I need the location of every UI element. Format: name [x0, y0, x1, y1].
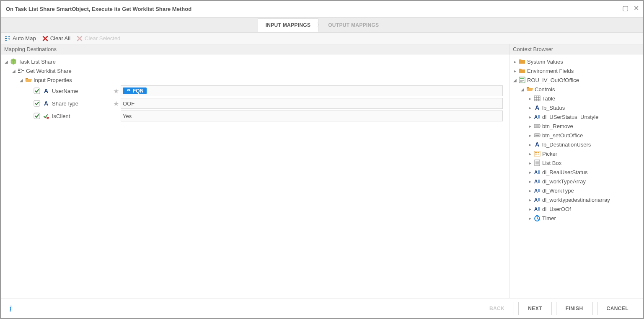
expander-icon[interactable]: ◢ — [4, 59, 8, 64]
prop-input-username[interactable]: FQN — [121, 85, 503, 96]
required-star-icon: ★ — [113, 100, 118, 108]
ctx-control-label: List Box — [542, 160, 561, 166]
expander-icon[interactable]: ▸ — [528, 152, 532, 156]
clear-all-button[interactable]: Clear All — [42, 35, 70, 42]
datalabel-icon — [534, 206, 541, 212]
expander-icon[interactable]: ▸ — [513, 69, 517, 73]
context-browser-header: Context Browser — [509, 44, 643, 54]
ctx-control-item[interactable]: ▸dl_UserOOf — [511, 204, 641, 214]
timer-icon — [534, 215, 541, 221]
expander-icon[interactable]: ▸ — [528, 105, 532, 110]
ctx-controls-group[interactable]: ◢ Controls — [511, 85, 641, 94]
prop-label: ShareType — [52, 100, 111, 107]
prop-input-isclient[interactable]: Yes — [121, 111, 503, 121]
listbox-icon — [534, 160, 541, 166]
checkbox-icon[interactable] — [34, 87, 40, 94]
ctx-control-item[interactable]: ▸btn_Remove — [511, 121, 641, 131]
tree-smartobject[interactable]: Task List Share — [18, 59, 56, 65]
maximize-icon[interactable]: ▢ — [622, 4, 628, 12]
info-icon[interactable]: i — [9, 303, 12, 314]
tab-input-mappings[interactable]: INPUT MAPPINGS — [258, 18, 319, 32]
required-star-icon: ★ — [113, 112, 118, 120]
expander-icon[interactable]: ◢ — [12, 69, 16, 73]
text-type-icon — [43, 87, 49, 94]
clear-selected-button: Clear Selected — [76, 35, 120, 42]
close-icon[interactable]: ✕ — [634, 4, 639, 12]
ctx-control-label: dl_RealUserStatus — [542, 169, 587, 175]
expander-icon[interactable]: ▸ — [528, 216, 532, 221]
ctx-control-item[interactable]: ▸dl_WorkType — [511, 186, 641, 195]
ctx-control-item[interactable]: ▸List Box — [511, 158, 641, 167]
expander-icon[interactable]: ▸ — [528, 170, 532, 175]
ctx-control-item[interactable]: ▸Picker — [511, 149, 641, 158]
datalabel-icon — [534, 113, 541, 120]
ctx-control-label: Table — [542, 95, 555, 102]
prop-label: IsClient — [52, 113, 111, 119]
picker-icon — [534, 150, 541, 157]
cancel-button[interactable]: CANCEL — [597, 302, 638, 315]
prop-input-sharetype[interactable]: OOF — [121, 98, 503, 109]
datalabel-icon — [534, 178, 541, 185]
expander-icon[interactable]: ◢ — [513, 78, 517, 82]
expander-icon[interactable]: ▸ — [528, 188, 532, 193]
required-star-icon: ★ — [113, 87, 118, 95]
expander-icon[interactable]: ▸ — [528, 161, 532, 165]
ctx-control-item[interactable]: ▸lb_DestinationUsers — [511, 140, 641, 149]
next-button[interactable]: NEXT — [518, 302, 552, 315]
ctx-control-item[interactable]: ▸dl_workTypeArray — [511, 177, 641, 186]
datalabel-icon — [534, 169, 541, 175]
ctx-control-item[interactable]: ▸btn_setOutOffice — [511, 131, 641, 140]
A-icon — [534, 141, 541, 148]
expander-icon[interactable]: ▸ — [528, 198, 532, 202]
tab-output-mappings[interactable]: OUTPUT MAPPINGS — [321, 19, 386, 31]
ctx-control-label: lb_Status — [542, 105, 565, 111]
mapping-destinations-header: Mapping Destinations — [1, 44, 509, 54]
expander-icon[interactable]: ▸ — [528, 207, 532, 211]
ctx-control-item[interactable]: ▸Table — [511, 94, 641, 103]
checkbox-icon[interactable] — [34, 100, 40, 107]
wizard-tabs: INPUT MAPPINGS 〉 OUTPUT MAPPINGS — [1, 18, 643, 33]
checkbox-icon[interactable] — [34, 113, 40, 119]
expander-icon[interactable]: ▸ — [528, 133, 532, 138]
prop-row-username: UserName ★ FQN — [3, 85, 507, 97]
ctx-control-label: dl_workTypeArray — [542, 178, 586, 185]
toolbar: Auto Map Clear All Clear Selected — [1, 33, 643, 44]
expander-icon[interactable]: ▸ — [528, 142, 532, 147]
table-icon — [534, 95, 541, 102]
ctx-control-label: btn_setOutOffice — [542, 132, 583, 139]
tree-input-properties[interactable]: Input Properties — [34, 77, 72, 83]
ctx-control-label: lb_DestinationUsers — [542, 141, 591, 148]
ctx-control-label: Timer — [542, 215, 556, 221]
ctx-control-label: dl_WorkType — [542, 188, 574, 194]
ctx-environment-fields[interactable]: ▸ Environment Fields — [511, 66, 641, 75]
button-icon — [534, 132, 541, 139]
expander-icon[interactable]: ▸ — [528, 124, 532, 129]
ctx-control-item[interactable]: ▸lb_Status — [511, 103, 641, 112]
A-icon — [534, 104, 541, 111]
prop-row-isclient: IsClient ★ Yes — [3, 110, 507, 122]
expander-icon[interactable]: ▸ — [528, 179, 532, 184]
expander-icon[interactable]: ▸ — [513, 59, 517, 64]
datalabel-icon — [534, 187, 541, 194]
ctx-control-item[interactable]: ▸dl_RealUserStatus — [511, 167, 641, 177]
ctx-control-item[interactable]: ▸Timer — [511, 214, 641, 223]
ctx-control-label: dl_worktypedestinationarray — [542, 197, 610, 203]
expander-icon[interactable]: ▸ — [528, 115, 532, 119]
expander-icon[interactable]: ◢ — [520, 87, 525, 92]
auto-map-button[interactable]: Auto Map — [4, 35, 36, 42]
ctx-control-label: dl_UserOOf — [542, 206, 571, 212]
finish-button[interactable]: FINISH — [556, 302, 593, 315]
dialog-footer: i BACK NEXT FINISH CANCEL — [1, 298, 643, 318]
expander-icon[interactable]: ◢ — [19, 78, 23, 82]
ctx-control-label: btn_Remove — [542, 123, 573, 129]
fqn-token[interactable]: FQN — [123, 87, 147, 94]
ctx-form[interactable]: ◢ ROU_IV_OutOfOffice — [511, 75, 641, 85]
back-button: BACK — [480, 302, 514, 315]
ctx-system-values[interactable]: ▸ System Values — [511, 57, 641, 66]
expander-icon[interactable]: ▸ — [528, 96, 532, 101]
ctx-control-item[interactable]: ▸dl_USerStatus_Unstyle — [511, 112, 641, 121]
button-icon — [534, 123, 541, 129]
bool-type-icon — [43, 113, 49, 119]
tree-method[interactable]: Get Worklist Share — [26, 68, 72, 74]
ctx-control-item[interactable]: ▸dl_worktypedestinationarray — [511, 195, 641, 204]
